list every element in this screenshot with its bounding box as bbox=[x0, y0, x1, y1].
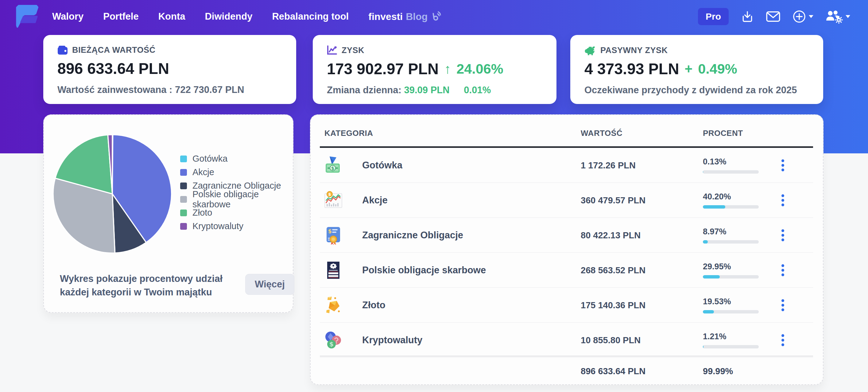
category-label: Akcje bbox=[362, 195, 388, 206]
legend-label: Kryptowaluty bbox=[192, 221, 243, 231]
legend-label: Polskie obligacje skarbowe bbox=[192, 189, 293, 209]
nav-item-rebalancing-tool[interactable]: Rebalancing tool bbox=[272, 11, 349, 22]
dot bbox=[781, 234, 784, 236]
category-label: Złoto bbox=[362, 300, 385, 311]
percent-bar-fill bbox=[703, 345, 704, 349]
dot bbox=[781, 168, 784, 171]
dot bbox=[781, 304, 784, 306]
piggy-bank-icon bbox=[584, 45, 596, 55]
crypto-icon: $ bbox=[323, 330, 343, 350]
legend-swatch bbox=[180, 156, 187, 162]
percent-bar-fill bbox=[703, 205, 725, 208]
percent-value: 29.95% bbox=[703, 262, 759, 271]
header-value: WARTOŚĆ bbox=[581, 129, 622, 138]
dot bbox=[781, 159, 784, 162]
dot bbox=[781, 269, 784, 271]
daily-change-value: 39.09 PLN bbox=[404, 85, 450, 95]
dot bbox=[781, 199, 784, 201]
percent-value: 8.97% bbox=[703, 227, 759, 236]
nav-item-blog[interactable]: finvestiBlog bbox=[368, 11, 441, 22]
table-total-row: 896 633.64 PLN 99.99% bbox=[320, 356, 813, 386]
header-category: KATEGORIA bbox=[324, 129, 373, 138]
row-menu-button[interactable] bbox=[779, 262, 787, 279]
pie-caption: Wykres pokazuje procentowy udział każdej… bbox=[60, 272, 222, 299]
percent-bar-fill bbox=[703, 275, 720, 279]
percent-value: 19.53% bbox=[703, 297, 759, 306]
messages-button[interactable] bbox=[766, 11, 780, 22]
chart-line-icon bbox=[327, 45, 337, 55]
add-menu-button[interactable] bbox=[793, 10, 813, 23]
profit-card: ZYSK 173 902.97 PLN ↑ 24.06% Zmiana dzie… bbox=[313, 35, 556, 104]
users-gear-icon bbox=[826, 9, 843, 24]
more-button[interactable]: Więcej bbox=[245, 274, 294, 295]
value-cell: 80 422.13 PLN bbox=[581, 230, 641, 240]
chevron-down-icon bbox=[809, 15, 813, 18]
account-menu-button[interactable] bbox=[826, 9, 850, 24]
row-menu-button[interactable] bbox=[779, 332, 787, 349]
percent-bar bbox=[703, 310, 759, 314]
chevron-down-icon bbox=[846, 15, 850, 18]
row-menu-button[interactable] bbox=[779, 192, 787, 208]
nav-item-walory[interactable]: Walory bbox=[52, 11, 84, 22]
blog-label-accent: Blog bbox=[406, 11, 428, 22]
allocation-pie-chart bbox=[51, 132, 174, 256]
row-menu-button[interactable] bbox=[779, 297, 787, 314]
passive-change-percent: 0.49% bbox=[698, 61, 737, 77]
pro-badge[interactable]: Pro bbox=[698, 8, 728, 25]
legend-label: Złoto bbox=[192, 208, 212, 218]
wallet-icon bbox=[57, 46, 68, 55]
header-percent: PROCENT bbox=[703, 129, 743, 138]
top-nav: Walory Portfele Konta Diwidendy Rebalanc… bbox=[0, 0, 868, 33]
dashboard-page: Walory Portfele Konta Diwidendy Rebalanc… bbox=[0, 0, 868, 392]
svg-text:$: $ bbox=[329, 340, 334, 348]
dot bbox=[781, 194, 784, 197]
value-cell: 360 479.57 PLN bbox=[581, 195, 646, 205]
table-row: $Gotówka1 172.26 PLN0.13% bbox=[320, 148, 813, 183]
value-cell: 175 140.36 PLN bbox=[581, 300, 646, 310]
percent-bar-fill bbox=[703, 240, 708, 243]
category-label: Gotówka bbox=[362, 160, 402, 171]
foreign-bonds-icon: $ bbox=[323, 225, 343, 245]
card-label: BIEŻĄCA WARTOŚĆ bbox=[72, 45, 156, 55]
download-button[interactable] bbox=[741, 10, 754, 23]
dot bbox=[781, 229, 784, 232]
svg-text:$: $ bbox=[328, 192, 331, 197]
dot bbox=[781, 308, 784, 311]
legend-swatch bbox=[180, 183, 187, 189]
finvesti-logo[interactable] bbox=[12, 3, 39, 30]
profit-value: 173 902.97 PLN bbox=[327, 60, 439, 78]
invested-value-text: Wartość zainwestowana : 722 730.67 PLN bbox=[57, 84, 282, 95]
current-value: 896 633.64 PLN bbox=[57, 60, 169, 77]
value-cell: 1 172.26 PLN bbox=[581, 160, 636, 170]
category-label: Polskie obligacje skarbowe bbox=[362, 265, 486, 276]
row-menu-button[interactable] bbox=[779, 227, 787, 243]
table-row: $Zagraniczne Obligacje80 422.13 PLN8.97% bbox=[320, 218, 813, 253]
current-value-card: BIEŻĄCA WARTOŚĆ 896 633.64 PLN Wartość z… bbox=[43, 35, 296, 104]
nav-item-konta[interactable]: Konta bbox=[158, 11, 185, 22]
categories-table-card: KATEGORIA WARTOŚĆ PROCENT $Gotówka1 172.… bbox=[310, 115, 824, 385]
allocation-chart-card: GotówkaAkcjeZagraniczne ObligacjePolskie… bbox=[43, 115, 293, 313]
percent-value: 40.20% bbox=[703, 192, 759, 201]
dot bbox=[781, 273, 784, 276]
percent-cell: 19.53% bbox=[703, 297, 759, 314]
legend-swatch bbox=[180, 209, 187, 216]
percent-bar bbox=[703, 275, 759, 279]
nav-item-portfele[interactable]: Portfele bbox=[103, 11, 138, 22]
value-cell: 10 855.80 PLN bbox=[581, 335, 641, 345]
row-menu-button[interactable] bbox=[779, 157, 787, 174]
legend-item: Gotówka bbox=[180, 154, 293, 163]
dot bbox=[781, 299, 784, 302]
svg-text:$: $ bbox=[331, 166, 334, 171]
dot bbox=[781, 343, 784, 346]
total-percent: 99.99% bbox=[703, 366, 733, 377]
percent-bar bbox=[703, 345, 759, 349]
legend-swatch bbox=[180, 196, 187, 203]
percent-value: 1.21% bbox=[703, 332, 759, 341]
daily-change-label: Zmiana dzienna: bbox=[327, 85, 401, 95]
profit-change-percent: 24.06% bbox=[456, 61, 503, 77]
table-row: Złoto175 140.36 PLN19.53% bbox=[320, 288, 813, 323]
percent-bar bbox=[703, 240, 759, 243]
legend-item: Kryptowaluty bbox=[180, 222, 293, 231]
nav-items: Walory Portfele Konta Diwidendy Rebalanc… bbox=[52, 11, 349, 22]
nav-item-diwidendy[interactable]: Diwidendy bbox=[205, 11, 252, 22]
